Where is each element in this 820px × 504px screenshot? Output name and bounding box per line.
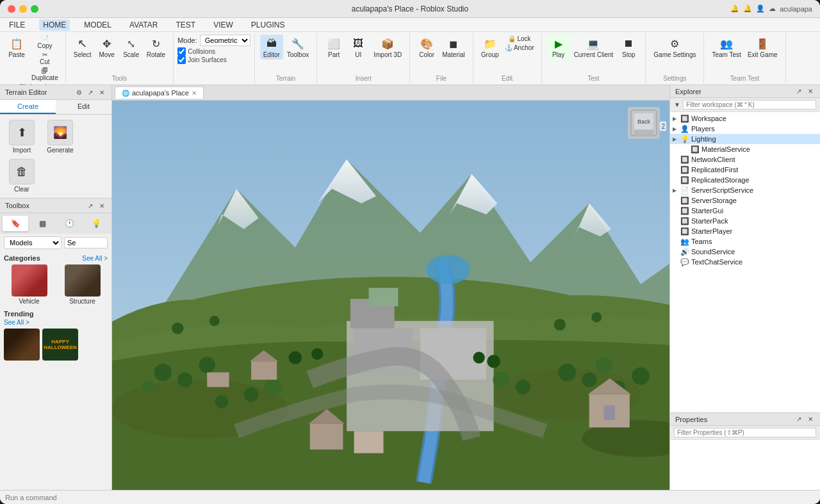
tree-server-script-service[interactable]: ▶ 📄 ServerScriptService [670,185,820,195]
explorer-filter-input[interactable] [683,100,816,110]
trending-item-2[interactable]: HAPPYHALLOWEEN [42,329,78,361]
toolbox-float-icon[interactable]: ↗ [86,201,95,210]
select-icon: ↖ [75,36,90,51]
group-button[interactable]: 📁 Group [479,35,502,60]
toolbox-search-input[interactable] [64,237,108,248]
part-button[interactable]: ⬜ Part [322,35,345,60]
menu-model[interactable]: MODEL [80,19,115,31]
current-client-label: Current Client [574,51,614,58]
anchor-button[interactable]: ⚓ Anchor [503,44,536,52]
categories-see-all[interactable]: See All > [82,255,108,262]
toolbox-tab-grid[interactable]: ▦ [29,216,55,231]
tree-network-client[interactable]: 🔲 NetworkClient [670,154,820,165]
tools-label: Tools [112,74,127,82]
tree-lighting[interactable]: ▶ 💡 Lighting [670,134,820,144]
doc-tab-place[interactable]: 🌐 aculapapa's Place ✕ [115,86,204,99]
navigation-cube[interactable]: Back 2 [625,107,663,145]
play-button[interactable]: ▶ Play [547,35,570,60]
clear-tool[interactable]: 🗑 Clear [5,159,38,193]
cut-button[interactable]: ✂ Cut [29,51,60,66]
menu-avatar[interactable]: AVATAR [126,19,161,31]
command-input[interactable] [5,494,815,501]
tree-sound-service[interactable]: 🔊 SoundService [670,247,820,257]
trending-see-all[interactable]: See All > [4,319,108,326]
team-test-button[interactable]: 👥 Team Test [709,35,743,60]
tree-players[interactable]: ▶ 👤 Players [670,124,820,134]
terrain-float-icon[interactable]: ↗ [86,88,95,97]
explorer-expand-icon[interactable]: ↗ [794,87,803,95]
stop-label: Stop [622,51,636,58]
move-button[interactable]: ✥ Move [95,35,119,60]
paste-button[interactable]: 📋 Paste [5,35,28,60]
collisions-checkbox[interactable] [177,47,186,56]
lock-button[interactable]: 🔒 Lock [503,35,536,43]
properties-title: Properties [675,416,707,423]
ui-button[interactable]: 🖼 UI [347,35,370,60]
tree-text-chat-service[interactable]: 💬 TextChatService [670,257,820,267]
menu-home[interactable]: HOME [39,19,70,31]
properties-filter-input[interactable] [674,428,816,437]
toolbox-filter-select[interactable]: Models Images Meshes Audio Plugins [4,236,62,249]
exit-game-button[interactable]: 🚪 Exit Game [745,35,780,60]
toolbox-trending-section: Trending See All > HAPPYHALLOWEEN [0,307,111,363]
color-button[interactable]: 🎨 Color [415,35,438,60]
toolbox-terrain-button[interactable]: 🔧 Toolbox [284,35,311,60]
menu-plugins[interactable]: PLUGINS [247,19,289,31]
properties-expand-icon[interactable]: ↗ [794,415,803,423]
tree-replicated-first[interactable]: 🔲 ReplicatedFirst [670,165,820,175]
tab-edit[interactable]: Edit [56,100,111,114]
place-tab-close[interactable]: ✕ [192,90,197,97]
rotate-button[interactable]: ↻ Rotate [144,35,168,60]
toolbox-close-icon[interactable]: ✕ [97,201,106,210]
terrain-close-icon[interactable]: ✕ [97,88,106,97]
viewport[interactable]: Back 2 [112,101,669,490]
menu-test[interactable]: TEST [172,19,199,31]
terrain-settings-icon[interactable]: ⚙ [74,88,83,97]
terrain-tabs: Create Edit [0,100,111,115]
game-settings-button[interactable]: ⚙ Game Settings [651,35,698,60]
lighting-arrow: ▶ [673,136,680,142]
right-panel: Explorer ↗ ✕ ▼ ▶ 🔲 Workspace [669,85,820,490]
category-structure[interactable]: Structure [57,264,108,305]
tab-create[interactable]: Create [0,100,56,114]
file-label: File [436,74,447,82]
tree-starter-player[interactable]: 🔲 StarterPlayer [670,226,820,236]
toolbox-tab-creative[interactable]: 💡 [83,216,109,231]
duplicate-button[interactable]: 🗐 Duplicate [29,67,60,82]
join-surfaces-checkbox[interactable] [177,56,186,64]
import-icon: ⬆ [9,120,35,145]
maximize-button[interactable] [31,5,38,13]
notification-icon[interactable]: 🔔 [730,4,739,13]
select-button[interactable]: ↖ Select [71,35,94,60]
tree-starter-pack[interactable]: 🔲 StarterPack [670,216,820,226]
properties-close-icon[interactable]: ✕ [806,415,815,423]
tree-material-service[interactable]: 🔲 MaterialService [670,144,820,154]
close-button[interactable] [8,5,15,13]
stop-button[interactable]: ⏹ Stop [617,35,640,60]
tree-workspace[interactable]: ▶ 🔲 Workspace [670,113,820,124]
tree-server-storage[interactable]: 🔲 ServerStorage [670,195,820,206]
minimize-button[interactable] [19,5,27,13]
import-tool[interactable]: ⬆ Import [5,120,38,154]
test-items: ▶ Play 💻 Current Client ⏹ Stop [547,35,641,74]
menu-view[interactable]: VIEW [209,19,237,31]
material-button[interactable]: ◼ Material [439,35,468,60]
tree-replicated-storage[interactable]: 🔲 ReplicatedStorage [670,175,820,185]
scale-button[interactable]: ⤡ Scale [120,35,143,60]
mode-select[interactable]: Geometric [200,35,250,46]
generate-tool[interactable]: 🌄 Generate [44,120,77,154]
tree-starter-gui[interactable]: 🔲 StarterGui [670,206,820,216]
tree-teams[interactable]: 👥 Teams [670,236,820,247]
toolbox-tab-bookmark[interactable]: 🔖 [3,216,28,231]
alert-icon[interactable]: 🔔 [743,4,752,13]
copy-button[interactable]: 📄 Copy [29,35,60,50]
menu-file[interactable]: FILE [5,19,29,31]
avatar-icon[interactable]: 👤 [756,4,765,13]
explorer-close-icon[interactable]: ✕ [806,87,815,95]
trending-item-1[interactable] [4,329,40,361]
import3d-button[interactable]: 📦 Import 3D [371,35,404,60]
current-client-button[interactable]: 💻 Current Client [571,35,616,60]
toolbox-tab-recent[interactable]: 🕐 [56,216,82,231]
editor-button[interactable]: 🏔 Editor [260,35,283,60]
category-vehicle[interactable]: Vehicle [4,264,54,305]
